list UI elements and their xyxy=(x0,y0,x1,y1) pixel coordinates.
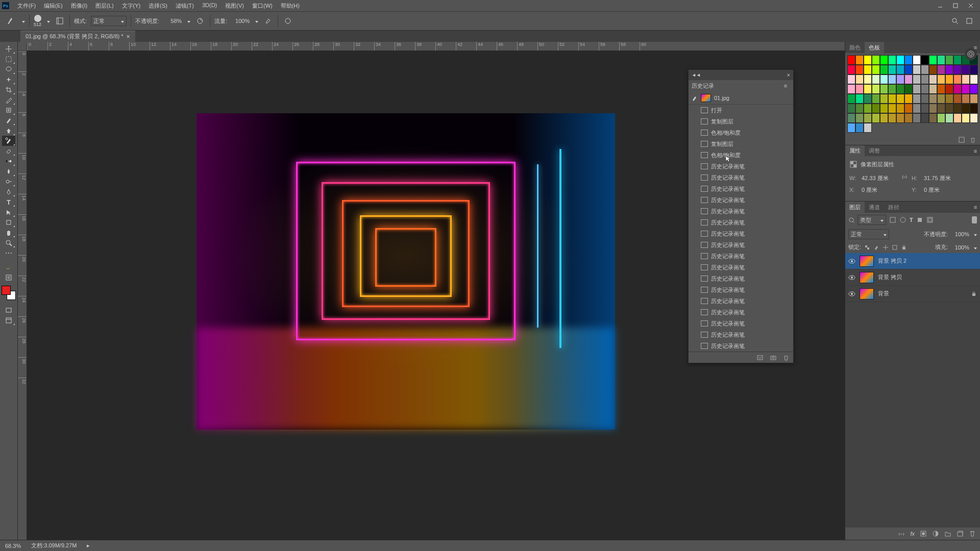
filter-kind-select[interactable]: 类型 xyxy=(857,215,886,225)
pen-tool[interactable] xyxy=(2,187,15,197)
history-brush-source-icon[interactable] xyxy=(692,95,698,101)
fx-icon[interactable]: fx xyxy=(910,531,915,537)
snapshot-icon[interactable] xyxy=(770,355,777,361)
menu-edit[interactable]: 编辑(E) xyxy=(40,0,67,12)
workspace-icon[interactable] xyxy=(964,15,975,27)
path-select-tool[interactable] xyxy=(2,207,15,217)
swatch[interactable] xyxy=(904,113,913,123)
swatch[interactable] xyxy=(855,104,864,113)
swatch[interactable] xyxy=(945,74,953,84)
swatch[interactable] xyxy=(864,123,872,133)
menu-type[interactable]: 文字(Y) xyxy=(118,0,145,12)
swatch[interactable] xyxy=(929,94,937,104)
quick-mask-icon[interactable] xyxy=(2,272,15,283)
menu-select[interactable]: 选择(S) xyxy=(144,0,172,12)
swatch[interactable] xyxy=(888,74,896,84)
swatch[interactable] xyxy=(945,104,953,113)
swatch[interactable] xyxy=(913,65,921,74)
blend-mode-select[interactable]: 正常 xyxy=(848,229,889,239)
filter-smart-icon[interactable] xyxy=(926,216,934,223)
eyedropper-tool[interactable] xyxy=(2,95,15,105)
swatch[interactable] xyxy=(880,74,888,84)
swatch[interactable] xyxy=(864,74,872,84)
airbrush-icon[interactable] xyxy=(262,15,274,27)
swatch[interactable] xyxy=(888,104,896,113)
new-layer-icon[interactable] xyxy=(957,530,964,537)
swatch[interactable] xyxy=(872,94,880,104)
history-item[interactable]: 历史记录画笔 xyxy=(689,284,793,295)
swatch[interactable] xyxy=(880,84,888,94)
swatch[interactable] xyxy=(929,104,937,113)
swatch[interactable] xyxy=(847,113,855,123)
swatch[interactable] xyxy=(921,74,929,84)
screen-mode-alt-icon[interactable] xyxy=(2,315,15,325)
swatch[interactable] xyxy=(872,65,880,74)
swatch[interactable] xyxy=(904,74,913,84)
swatch[interactable] xyxy=(888,94,896,104)
height-input[interactable] xyxy=(924,175,960,181)
swatch[interactable] xyxy=(953,104,962,113)
filter-icon[interactable] xyxy=(848,217,854,223)
history-item[interactable]: 历史记录画笔 xyxy=(689,194,793,206)
swatch[interactable] xyxy=(872,113,880,123)
filter-shape-icon[interactable] xyxy=(916,216,923,223)
screen-mode-icon[interactable] xyxy=(2,305,15,315)
filter-adjust-icon[interactable] xyxy=(899,216,906,223)
history-item[interactable]: 历史记录画笔 xyxy=(689,273,793,284)
swatch[interactable] xyxy=(913,84,921,94)
swatch[interactable] xyxy=(962,94,970,104)
filter-pixel-icon[interactable] xyxy=(889,216,896,223)
history-item[interactable]: 历史记录画笔 xyxy=(689,239,793,251)
swatch[interactable] xyxy=(872,55,880,65)
lock-artboard-icon[interactable] xyxy=(892,244,898,251)
swatch[interactable] xyxy=(962,84,970,94)
history-item[interactable]: 复制图层 xyxy=(689,138,793,149)
history-brush-tool[interactable] xyxy=(2,136,15,146)
link-layers-icon[interactable] xyxy=(898,530,905,537)
swatch[interactable] xyxy=(953,113,962,123)
brush-preview[interactable]: 512 xyxy=(34,15,41,27)
swatch[interactable] xyxy=(929,113,937,123)
tab-paths[interactable]: 路径 xyxy=(884,202,903,213)
swatch[interactable] xyxy=(945,84,953,94)
swatch[interactable] xyxy=(970,84,978,94)
history-item[interactable]: 历史记录画笔 xyxy=(689,262,793,273)
history-item[interactable]: 历史记录画笔 xyxy=(689,183,793,194)
swatch[interactable] xyxy=(970,113,978,123)
swatch[interactable] xyxy=(970,65,978,74)
menu-layer[interactable]: 图层(L) xyxy=(91,0,117,12)
layer-opacity-input[interactable] xyxy=(951,231,969,237)
tab-channels[interactable]: 通道 xyxy=(865,202,884,213)
swatch[interactable] xyxy=(864,94,872,104)
lock-move-icon[interactable] xyxy=(883,244,889,251)
filter-type-icon[interactable]: T xyxy=(910,217,913,223)
y-input[interactable] xyxy=(924,187,960,193)
color-swatches[interactable] xyxy=(2,286,16,300)
swatch[interactable] xyxy=(953,65,962,74)
visibility-icon[interactable] xyxy=(848,258,855,265)
swatch[interactable] xyxy=(896,55,904,65)
type-tool[interactable]: T xyxy=(2,197,15,207)
layer-row[interactable]: 背景 拷贝 xyxy=(845,269,980,286)
history-item[interactable]: 历史记录画笔 xyxy=(689,307,793,318)
move-tool[interactable] xyxy=(2,44,15,54)
pressure-size-icon[interactable] xyxy=(282,15,293,27)
minimize-button[interactable] xyxy=(933,1,947,10)
swatch[interactable] xyxy=(945,94,953,104)
swatch[interactable] xyxy=(896,74,904,84)
document-canvas[interactable] xyxy=(197,113,615,430)
tab-properties[interactable]: 属性 xyxy=(845,145,865,156)
swatch[interactable] xyxy=(945,113,953,123)
history-item[interactable]: 历史记录画笔 xyxy=(689,172,793,183)
magic-wand-tool[interactable] xyxy=(2,74,15,85)
delete-swatch-icon[interactable] xyxy=(970,137,976,143)
swatch[interactable] xyxy=(953,55,962,65)
close-button[interactable] xyxy=(964,1,978,10)
fill-input[interactable] xyxy=(951,244,969,251)
collapse-icon[interactable]: ◄◄ xyxy=(692,72,701,78)
swatch[interactable] xyxy=(855,65,864,74)
layer-row[interactable]: 背景 拷贝 2 xyxy=(845,253,980,269)
swatch[interactable] xyxy=(888,65,896,74)
swatch[interactable] xyxy=(937,74,945,84)
swatch[interactable] xyxy=(937,113,945,123)
